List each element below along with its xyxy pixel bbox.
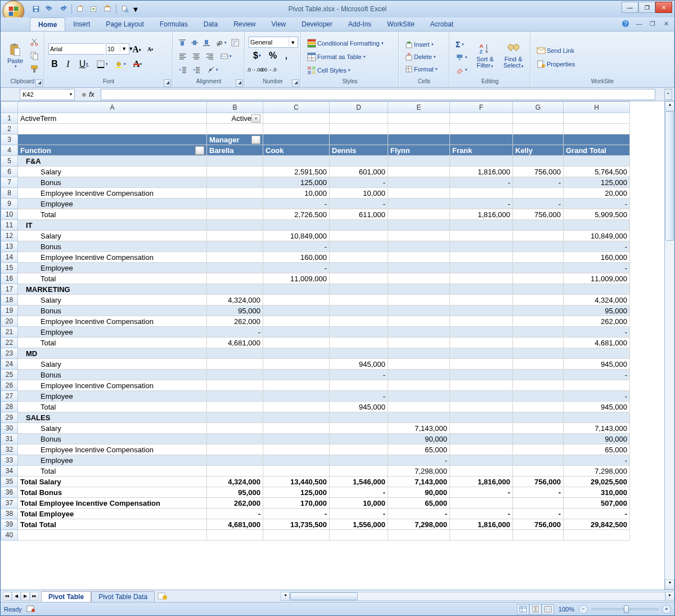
- insert-cells-button[interactable]: Insert▾: [403, 39, 436, 50]
- cell[interactable]: [450, 423, 513, 434]
- tab-review[interactable]: Review: [226, 17, 263, 31]
- cell[interactable]: 1,556,000: [330, 519, 388, 530]
- cell[interactable]: [513, 338, 564, 348]
- cell[interactable]: [564, 530, 630, 541]
- cell[interactable]: [263, 455, 330, 466]
- cell[interactable]: [207, 156, 263, 167]
- row-header[interactable]: 4: [1, 145, 18, 156]
- cell[interactable]: [513, 348, 564, 359]
- cell[interactable]: 945,000: [330, 359, 388, 370]
- row-header[interactable]: 12: [1, 231, 18, 241]
- cell[interactable]: 65,000: [388, 498, 450, 509]
- cell[interactable]: [263, 338, 330, 348]
- find-select-button[interactable]: Find & Select▾: [501, 33, 527, 78]
- cell[interactable]: [18, 124, 207, 134]
- cell[interactable]: -: [564, 509, 630, 519]
- cell[interactable]: [263, 220, 330, 231]
- cell[interactable]: 90,000: [388, 434, 450, 444]
- cell[interactable]: [330, 444, 388, 455]
- cell[interactable]: [330, 412, 388, 423]
- cell[interactable]: [450, 263, 513, 273]
- cell[interactable]: [388, 199, 450, 209]
- cell[interactable]: 945,000: [564, 359, 630, 370]
- increase-decimal-icon[interactable]: .0→.00: [249, 64, 261, 76]
- format-as-table-button[interactable]: Format as Table▾: [305, 51, 368, 62]
- sort-filter-button[interactable]: AZ Sort & Filter▾: [472, 33, 498, 78]
- cell[interactable]: [388, 530, 450, 541]
- cell[interactable]: [207, 252, 263, 263]
- cell[interactable]: Bonus: [18, 370, 207, 380]
- cell[interactable]: [513, 498, 564, 509]
- cell[interactable]: Total: [18, 209, 207, 220]
- cell[interactable]: [207, 231, 263, 241]
- row-header[interactable]: 30: [1, 423, 18, 434]
- cell[interactable]: [564, 380, 630, 391]
- cell[interactable]: Total Salary: [18, 476, 207, 487]
- row-header[interactable]: 27: [1, 391, 18, 402]
- qat-btn-1[interactable]: [74, 3, 87, 15]
- cell[interactable]: 10,000: [330, 188, 388, 199]
- cell[interactable]: -: [388, 509, 450, 519]
- cell[interactable]: -: [450, 487, 513, 498]
- cell[interactable]: [18, 134, 207, 145]
- tab-view[interactable]: View: [263, 17, 294, 31]
- cell[interactable]: 4,681,000: [207, 519, 263, 530]
- cell[interactable]: [388, 220, 450, 231]
- cell[interactable]: [450, 231, 513, 241]
- cell[interactable]: IT: [18, 220, 207, 231]
- row-header[interactable]: 39: [1, 519, 18, 530]
- close-doc-icon[interactable]: ✕: [661, 19, 671, 29]
- col-header[interactable]: F: [450, 102, 513, 113]
- dialog-launcher-number[interactable]: ◢: [292, 79, 299, 87]
- cell[interactable]: Salary: [18, 423, 207, 434]
- cell[interactable]: 10,000: [263, 188, 330, 199]
- cell[interactable]: Employee Incentive Compensation: [18, 316, 207, 327]
- cell[interactable]: [450, 370, 513, 380]
- italic-button[interactable]: I: [62, 58, 74, 70]
- tab-add-ins[interactable]: Add-Ins: [340, 17, 379, 31]
- row-header[interactable]: 35: [1, 476, 18, 487]
- cell[interactable]: [388, 316, 450, 327]
- align-right-icon[interactable]: [204, 50, 216, 62]
- cell[interactable]: [330, 284, 388, 295]
- cell[interactable]: 95,000: [564, 305, 630, 316]
- cell[interactable]: [388, 167, 450, 177]
- cell[interactable]: [450, 455, 513, 466]
- row-header[interactable]: 18: [1, 295, 18, 305]
- cell[interactable]: 65,000: [388, 444, 450, 455]
- cell[interactable]: [513, 252, 564, 263]
- cell[interactable]: [450, 380, 513, 391]
- cell[interactable]: [564, 348, 630, 359]
- cell[interactable]: [388, 231, 450, 241]
- cell[interactable]: Bonus: [18, 241, 207, 252]
- cell[interactable]: -: [330, 509, 388, 519]
- help-icon[interactable]: ?: [620, 19, 631, 29]
- tab-formulas[interactable]: Formulas: [152, 17, 196, 31]
- row-header[interactable]: 22: [1, 338, 18, 348]
- cell[interactable]: [450, 327, 513, 338]
- cell[interactable]: [207, 455, 263, 466]
- col-header[interactable]: D: [330, 102, 388, 113]
- cell[interactable]: 10,849,000: [564, 231, 630, 241]
- row-header[interactable]: 21: [1, 327, 18, 338]
- bold-button[interactable]: B: [48, 58, 61, 70]
- conditional-formatting-button[interactable]: Conditional Formatting▾: [305, 38, 386, 49]
- cell[interactable]: 90,000: [388, 487, 450, 498]
- cell[interactable]: 262,000: [207, 316, 263, 327]
- cell[interactable]: Employee: [18, 199, 207, 209]
- decrease-decimal-icon[interactable]: .00→.0: [262, 64, 274, 76]
- clear-button[interactable]: ▾: [453, 65, 470, 75]
- dialog-launcher-clipboard[interactable]: ◢: [35, 79, 43, 87]
- cell[interactable]: 2,591,500: [263, 167, 330, 177]
- name-box[interactable]: K42▾: [20, 89, 75, 100]
- cell[interactable]: [263, 156, 330, 167]
- cell[interactable]: -: [513, 177, 564, 188]
- cell[interactable]: [564, 134, 630, 145]
- cell[interactable]: [207, 434, 263, 444]
- align-middle-icon[interactable]: [189, 37, 200, 49]
- properties-button[interactable]: Properties: [534, 59, 577, 69]
- cell[interactable]: [564, 412, 630, 423]
- cell[interactable]: [513, 263, 564, 273]
- cell[interactable]: [207, 444, 263, 455]
- cell[interactable]: [207, 177, 263, 188]
